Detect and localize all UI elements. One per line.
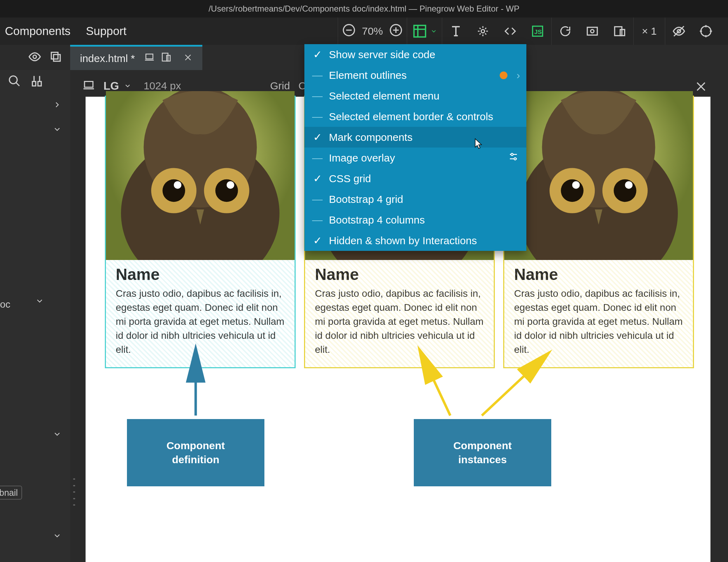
dash-icon: — (311, 193, 323, 205)
view-options-dropdown: ✓Show server side code —Element outlines… (304, 44, 526, 251)
refresh-icon[interactable] (551, 18, 579, 45)
svg-point-48 (215, 179, 238, 202)
svg-rect-16 (615, 27, 622, 35)
orange-dot-icon (500, 71, 507, 79)
dropdown-item-selected-border[interactable]: —Selected element border & controls (304, 106, 526, 127)
panel-resize-grip[interactable] (73, 476, 77, 503)
menu-support[interactable]: Support (86, 25, 127, 38)
dropdown-item-server-code[interactable]: ✓Show server side code (304, 44, 526, 65)
dropdown-item-css-grid[interactable]: ✓CSS grid (304, 168, 526, 189)
window-title: /Users/robertmeans/Dev/Components doc/in… (209, 4, 520, 14)
card-title: Name (305, 260, 494, 287)
text-tool-icon[interactable] (442, 18, 469, 45)
dropdown-label: Hidden & shown by Interactions (329, 235, 477, 247)
device-laptop-icon[interactable] (82, 79, 95, 93)
visibility-icon[interactable] (665, 18, 692, 45)
dropdown-label: Element outlines (329, 69, 407, 81)
collapse-icon[interactable] (53, 529, 62, 545)
collapse-icon[interactable] (53, 427, 62, 443)
chevron-right-icon[interactable]: › (517, 69, 520, 81)
tab-title: index.html * (80, 53, 135, 64)
multiplier[interactable]: × 1 (633, 18, 665, 45)
dropdown-item-element-outlines[interactable]: —Element outlines› (304, 65, 526, 85)
card-component-instance[interactable]: Name Cras justo odio, dapibus ac facilis… (504, 97, 693, 367)
card-image (504, 91, 693, 260)
responsive-icon[interactable] (606, 18, 633, 45)
annotation-instances: Component instances (414, 419, 551, 486)
tools-icon[interactable] (30, 74, 43, 89)
dropdown-item-mark-components[interactable]: ✓Mark components (304, 127, 526, 148)
chevron-down-icon[interactable] (124, 82, 132, 90)
check-icon: ✓ (311, 172, 323, 185)
svg-line-39 (16, 83, 20, 86)
breakpoint-label[interactable]: LG (103, 80, 119, 92)
preview-icon[interactable] (579, 18, 606, 45)
grid-label[interactable]: Grid (270, 80, 290, 92)
code-tool-icon[interactable] (497, 18, 524, 45)
expand-icon[interactable] (53, 98, 62, 113)
js-tool-icon[interactable]: JS (524, 18, 551, 45)
sliders-icon[interactable] (508, 151, 519, 164)
dropdown-item-selected-menu[interactable]: —Selected element menu (304, 85, 526, 106)
svg-point-72 (514, 158, 516, 160)
zoom-controls: 70% (338, 18, 407, 45)
panel-label-bnail[interactable]: bnail (0, 486, 22, 500)
menu-components[interactable]: Components (5, 25, 70, 38)
dropdown-item-bs4-grid[interactable]: —Bootstrap 4 grid (304, 189, 526, 210)
svg-point-65 (561, 179, 584, 202)
mouse-cursor-icon (473, 138, 483, 152)
dropdown-label: Image overlay (329, 152, 395, 164)
card-body: Cras justo odio, dapibus ac facilisis in… (106, 287, 295, 367)
tab-close-icon[interactable] (183, 53, 193, 64)
card-component-definition[interactable]: Name Cras justo odio, dapibus ac facilis… (106, 97, 295, 367)
dash-icon: — (311, 90, 323, 102)
svg-rect-41 (38, 82, 41, 86)
dropdown-item-interactions[interactable]: ✓Hidden & shown by Interactions (304, 230, 526, 251)
svg-point-71 (511, 153, 513, 156)
dropdown-label: Bootstrap 4 columns (329, 214, 425, 226)
annotation-text: Component definition (167, 439, 225, 467)
svg-point-11 (481, 29, 485, 33)
svg-rect-17 (620, 29, 625, 35)
zoom-in-icon[interactable] (389, 23, 403, 39)
svg-rect-27 (54, 55, 60, 61)
tab-layout-icon[interactable] (161, 52, 171, 65)
dropdown-label: Bootstrap 4 grid (329, 193, 403, 205)
dropdown-item-image-overlay[interactable]: —Image overlay (304, 148, 526, 168)
dash-icon: — (311, 152, 323, 164)
eye-icon[interactable] (28, 50, 41, 65)
svg-rect-34 (85, 82, 93, 88)
svg-rect-5 (414, 26, 425, 37)
tab-device-icon[interactable] (144, 52, 155, 65)
dash-icon: — (311, 69, 323, 81)
view-options-button[interactable] (407, 18, 442, 45)
zoom-value: 70% (362, 25, 383, 37)
svg-point-15 (591, 29, 594, 33)
multiplier-label: × 1 (642, 25, 657, 37)
dropdown-label: Mark components (329, 131, 412, 143)
card-image (106, 91, 295, 260)
svg-point-68 (625, 181, 633, 189)
svg-point-50 (227, 181, 234, 189)
collapse-icon[interactable] (53, 123, 62, 137)
zoom-out-icon[interactable] (342, 23, 356, 39)
collapse-icon[interactable] (35, 299, 44, 310)
card-title: Name (106, 260, 295, 287)
check-icon: ✓ (311, 48, 323, 61)
svg-text:JS: JS (534, 28, 542, 35)
svg-rect-30 (162, 53, 168, 61)
close-preview-icon[interactable] (694, 80, 708, 96)
dropdown-label: Selected element menu (329, 90, 439, 102)
dropdown-label: Show server side code (329, 49, 436, 61)
target-icon[interactable] (692, 18, 720, 45)
svg-point-67 (572, 181, 580, 189)
dropdown-item-bs4-columns[interactable]: —Bootstrap 4 columns (304, 210, 526, 230)
dash-icon: — (311, 111, 323, 123)
panel-label-oc: oc (0, 294, 44, 310)
copy-icon[interactable] (49, 50, 62, 65)
tab-index-html[interactable]: index.html * (70, 45, 202, 70)
search-icon[interactable] (8, 74, 21, 89)
viewport-width: 1024 px (143, 80, 181, 92)
click-tool-icon[interactable] (469, 18, 497, 45)
svg-point-20 (701, 26, 711, 36)
